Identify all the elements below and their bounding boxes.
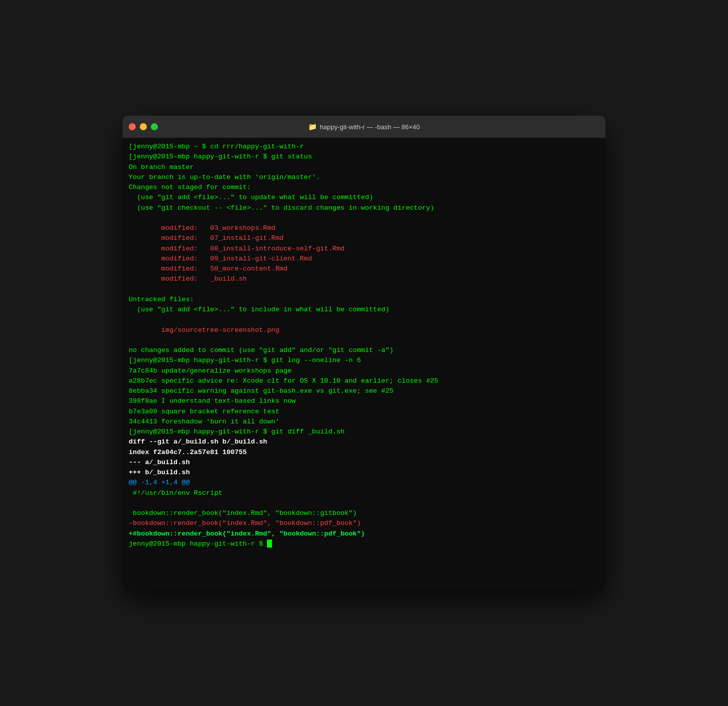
terminal-line: 34c4413 foreshadow 'burn it all down' [129,417,599,427]
terminal-line: 398f8ae I understand text-based links no… [129,396,599,406]
terminal-line [129,315,599,325]
close-button[interactable] [129,123,136,130]
terminal-line: 8ebba34 specific warning against git-bas… [129,386,599,396]
terminal-line: (use "git checkout -- <file>..." to disc… [129,203,599,213]
terminal-line: modified: 09_install-git-client.Rmd [129,254,599,264]
cursor [267,540,272,548]
terminal-line: Untracked files: [129,295,599,305]
terminal-line: no changes added to commit (use "git add… [129,345,599,356]
folder-icon: 📁 [308,123,317,131]
title-label: happy-git-with-r — -bash — 86×40 [320,123,420,131]
terminal-body[interactable]: [jenny@2015-mbp ~ $ cd rrr/happy-git-wit… [123,138,605,590]
terminal-line: (use "git add <file>..." to include in w… [129,305,599,315]
terminal-line: modified: 08_install-introduce-self-git.… [129,244,599,254]
terminal-line: Changes not staged for commit: [129,183,599,193]
terminal-line: a28b7ec specific advice re: Xcode clt fo… [129,376,599,386]
terminal-line: [jenny@2015-mbp happy-git-with-r $ git l… [129,356,599,366]
terminal-line: @@ -1,4 +1,4 @@ [129,478,599,488]
terminal-line: [jenny@2015-mbp happy-git-with-r $ git d… [129,427,599,437]
terminal-line: diff --git a/_build.sh b/_build.sh [129,437,599,447]
terminal-line: [jenny@2015-mbp ~ $ cd rrr/happy-git-wit… [129,142,599,152]
terminal-line: +++ b/_build.sh [129,468,599,478]
terminal-line: jenny@2015-mbp happy-git-with-r $ [129,539,599,549]
terminal-line: 7a7c84b update/generalize workshops page [129,366,599,376]
terminal-line: modified: _build.sh [129,274,599,284]
traffic-lights [129,123,158,130]
terminal-line: b7e3a09 square bracket reference test [129,407,599,417]
terminal-line: modified: 50_more-content.Rmd [129,264,599,274]
terminal-line: (use "git add <file>..." to update what … [129,193,599,203]
terminal-line [129,498,599,508]
window-title: 📁 happy-git-with-r — -bash — 86×40 [308,123,420,131]
terminal-line: Your branch is up-to-date with 'origin/m… [129,172,599,183]
terminal-line: -bookdown::render_book("index.Rmd", "boo… [129,518,599,528]
minimize-button[interactable] [140,123,147,130]
terminal-line: bookdown::render_book("index.Rmd", "book… [129,508,599,518]
terminal-line [129,285,599,295]
terminal-line: img/sourcetree-screenshot.png [129,325,599,335]
titlebar: 📁 happy-git-with-r — -bash — 86×40 [123,116,605,138]
maximize-button[interactable] [151,123,158,130]
terminal-line: +#bookdown::render_book("index.Rmd", "bo… [129,529,599,539]
terminal-line: [jenny@2015-mbp happy-git-with-r $ git s… [129,152,599,162]
terminal-line: #!/usr/bin/env Rscript [129,488,599,498]
terminal-line: modified: 03_workshops.Rmd [129,223,599,233]
terminal-line: On branch master [129,162,599,172]
terminal-line: index f2a04c7..2a57e81 100755 [129,448,599,458]
terminal-line: --- a/_build.sh [129,458,599,468]
terminal-line [129,335,599,345]
terminal-line: modified: 07_install-git.Rmd [129,233,599,243]
terminal-window: 📁 happy-git-with-r — -bash — 86×40 [jenn… [123,116,605,590]
terminal-line [129,213,599,223]
